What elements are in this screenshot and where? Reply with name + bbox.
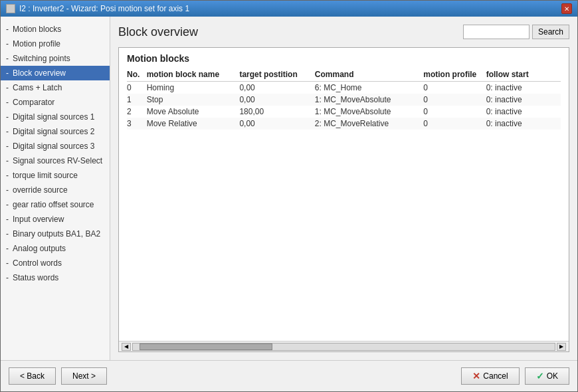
footer-right: ✕ Cancel ✓ OK	[461, 367, 569, 385]
close-button[interactable]: ✕	[561, 3, 572, 14]
table-row[interactable]: 1Stop0,001: MC_MoveAbsolute00: inactive	[127, 94, 561, 106]
col-header-follow: follow start	[486, 68, 561, 82]
col-header-target: target postition	[239, 68, 314, 82]
sidebar: Motion blocksMotion profileSwitching poi…	[1, 17, 110, 360]
main-area: Block overview Search Motion blocks No. …	[110, 17, 577, 360]
search-button[interactable]: Search	[532, 25, 569, 39]
sidebar-item-control-words[interactable]: Control words	[1, 256, 110, 270]
search-area: Search	[463, 25, 569, 39]
sidebar-item-digital-signal-sources-3[interactable]: Digital signal sources 3	[1, 139, 110, 153]
scroll-left-arrow[interactable]: ◀	[122, 343, 131, 351]
sidebar-item-motion-blocks[interactable]: Motion blocks	[1, 22, 110, 37]
page-title: Block overview	[118, 25, 198, 39]
sidebar-item-binary-outputs[interactable]: Binary outputs BA1, BA2	[1, 227, 110, 241]
sidebar-item-digital-signal-sources-1[interactable]: Digital signal sources 1	[1, 110, 110, 124]
footer: < Back Next > ✕ Cancel ✓ OK	[1, 360, 577, 391]
horizontal-scrollbar[interactable]: ◀ ▶	[119, 341, 569, 351]
sidebar-item-digital-signal-sources-2[interactable]: Digital signal sources 2	[1, 124, 110, 139]
footer-left: < Back Next >	[9, 367, 107, 385]
block-overview-panel: Motion blocks No. motion block name targ…	[118, 47, 569, 352]
ok-button[interactable]: ✓ OK	[525, 367, 569, 385]
table-container[interactable]: No. motion block name target postition C…	[119, 68, 569, 341]
table-row[interactable]: 0Homing0,006: MC_Home00: inactive	[127, 82, 561, 94]
sidebar-item-gear-ratio-offset-source[interactable]: gear ratio offset source	[1, 197, 110, 212]
sidebar-item-signal-sources-rv-select[interactable]: Signal sources RV-Select	[1, 153, 110, 168]
next-button[interactable]: Next >	[61, 367, 107, 385]
body-content: Motion blocksMotion profileSwitching poi…	[1, 17, 577, 360]
back-button[interactable]: < Back	[9, 367, 56, 385]
cancel-button[interactable]: ✕ Cancel	[461, 367, 519, 385]
scroll-track[interactable]	[132, 343, 555, 351]
cancel-icon: ✕	[472, 371, 480, 381]
col-header-command: Command	[315, 68, 423, 82]
sidebar-item-motion-profile[interactable]: Motion profile	[1, 37, 110, 51]
col-header-no: No.	[127, 68, 147, 82]
sidebar-item-status-words[interactable]: Status words	[1, 270, 110, 285]
scroll-thumb[interactable]	[140, 343, 272, 350]
titlebar: I2 : Inverter2 - Wizard: Posi motion set…	[1, 1, 577, 17]
col-header-profile: motion profile	[423, 68, 486, 82]
titlebar-app-icon	[6, 4, 15, 13]
titlebar-left: I2 : Inverter2 - Wizard: Posi motion set…	[6, 4, 189, 13]
col-header-name: motion block name	[147, 68, 240, 82]
ok-label: OK	[547, 371, 558, 381]
sidebar-item-comparator[interactable]: Comparator	[1, 95, 110, 110]
cancel-label: Cancel	[483, 371, 508, 381]
table-row[interactable]: 2Move Absolute180,001: MC_MoveAbsolute00…	[127, 106, 561, 118]
sidebar-item-input-overview[interactable]: Input overview	[1, 212, 110, 227]
sidebar-item-block-overview[interactable]: Block overview	[1, 66, 110, 80]
motion-table: No. motion block name target postition C…	[127, 68, 561, 130]
table-header-row: No. motion block name target postition C…	[127, 68, 561, 82]
table-row[interactable]: 3Move Relative0,002: MC_MoveRelative00: …	[127, 118, 561, 130]
sidebar-item-torque-limit-source[interactable]: torque limit source	[1, 168, 110, 183]
sidebar-item-analog-outputs[interactable]: Analog outputs	[1, 241, 110, 256]
main-window: I2 : Inverter2 - Wizard: Posi motion set…	[0, 0, 578, 392]
scroll-right-arrow[interactable]: ▶	[557, 343, 566, 351]
sidebar-item-cams-latch[interactable]: Cams + Latch	[1, 80, 110, 95]
search-input[interactable]	[463, 25, 530, 39]
ok-icon: ✓	[536, 371, 544, 381]
titlebar-title: I2 : Inverter2 - Wizard: Posi motion set…	[19, 4, 189, 13]
panel-title: Motion blocks	[119, 48, 569, 68]
main-header: Block overview Search	[118, 25, 569, 39]
sidebar-item-override-source[interactable]: override source	[1, 183, 110, 197]
sidebar-item-switching-points[interactable]: Switching points	[1, 51, 110, 66]
